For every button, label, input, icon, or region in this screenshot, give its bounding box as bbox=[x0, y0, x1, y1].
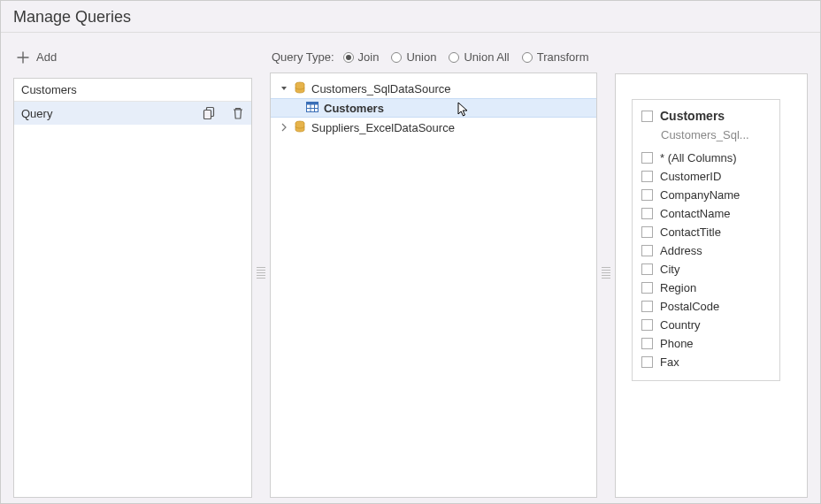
database-icon bbox=[294, 120, 306, 135]
tree-node-customers-sql[interactable]: Customers_SqlDataSource bbox=[271, 79, 596, 98]
fields-box-title: Customers bbox=[660, 109, 725, 123]
radio-join-label: Join bbox=[358, 50, 380, 64]
content-area: Add Customers Query bbox=[1, 33, 820, 503]
queries-panel: Customers Query bbox=[13, 78, 252, 498]
field-label: City bbox=[660, 263, 679, 276]
checkbox[interactable] bbox=[641, 226, 653, 238]
checkbox[interactable] bbox=[641, 356, 653, 368]
field-label: Country bbox=[660, 318, 701, 332]
field-label: PostalCode bbox=[660, 300, 719, 313]
field-row[interactable]: CompanyName bbox=[638, 186, 774, 204]
fields-box: Customers Customers_Sql... * (All Column… bbox=[632, 99, 780, 381]
radio-union-all-label: Union All bbox=[464, 50, 509, 64]
field-label: Phone bbox=[660, 337, 694, 350]
checkbox[interactable] bbox=[641, 245, 653, 256]
radio-transform-label: Transform bbox=[537, 50, 589, 64]
checkbox[interactable] bbox=[641, 152, 653, 164]
field-row[interactable]: Fax bbox=[638, 353, 774, 371]
field-row[interactable]: * (All Columns) bbox=[638, 149, 774, 167]
table-icon bbox=[306, 102, 318, 115]
checkbox[interactable] bbox=[641, 301, 653, 312]
query-type-row: Query Type: Join Union Union All Transfo… bbox=[270, 47, 597, 73]
radio-union-all[interactable]: Union All bbox=[449, 50, 509, 64]
svg-rect-4 bbox=[307, 102, 318, 104]
middle-column: Query Type: Join Union Union All Transfo… bbox=[270, 47, 597, 498]
checkbox[interactable] bbox=[641, 338, 653, 349]
tree-node-suppliers-excel[interactable]: Suppliers_ExcelDataSource bbox=[271, 118, 596, 137]
data-source-tree-panel: Customers_SqlDataSource bbox=[270, 73, 597, 498]
copy-icon[interactable] bbox=[202, 105, 218, 121]
checkbox[interactable] bbox=[641, 111, 653, 122]
manage-queries-window: Manage Queries Add Customers Query bbox=[0, 0, 821, 504]
field-row[interactable]: ContactTitle bbox=[638, 223, 774, 241]
field-label: Fax bbox=[660, 355, 679, 369]
tree-node-label: Customers bbox=[324, 102, 384, 115]
radio-union-label: Union bbox=[406, 50, 436, 64]
add-button[interactable]: Add bbox=[13, 47, 252, 71]
query-item-label: Query bbox=[21, 107, 52, 120]
database-icon bbox=[294, 81, 306, 96]
right-column: Customers Customers_Sql... * (All Column… bbox=[615, 47, 808, 498]
checkbox[interactable] bbox=[641, 189, 653, 201]
fields-box-header[interactable]: Customers bbox=[638, 107, 774, 125]
data-source-tree: Customers_SqlDataSource bbox=[271, 73, 596, 142]
field-row[interactable]: City bbox=[638, 260, 774, 279]
field-row[interactable]: Address bbox=[638, 241, 774, 260]
radio-join[interactable]: Join bbox=[343, 50, 380, 64]
radio-transform[interactable]: Transform bbox=[522, 50, 589, 64]
splitter-right[interactable] bbox=[597, 47, 615, 498]
checkbox[interactable] bbox=[641, 319, 653, 331]
field-row[interactable]: CustomerID bbox=[638, 167, 774, 186]
add-label: Add bbox=[36, 50, 57, 64]
checkbox[interactable] bbox=[641, 171, 653, 182]
field-label: ContactName bbox=[660, 207, 730, 220]
field-label: ContactTitle bbox=[660, 225, 721, 239]
radio-union[interactable]: Union bbox=[391, 50, 436, 64]
caret-right-icon[interactable] bbox=[280, 123, 288, 132]
delete-icon[interactable] bbox=[230, 105, 246, 121]
field-label: * (All Columns) bbox=[660, 151, 737, 164]
field-row[interactable]: Country bbox=[638, 316, 774, 334]
caret-down-icon[interactable] bbox=[280, 84, 288, 93]
plus-icon bbox=[17, 51, 29, 64]
field-row[interactable]: Phone bbox=[638, 334, 774, 353]
checkbox[interactable] bbox=[641, 263, 653, 275]
field-row[interactable]: Region bbox=[638, 279, 774, 297]
fields-panel: Customers Customers_Sql... * (All Column… bbox=[615, 73, 808, 498]
field-row[interactable]: ContactName bbox=[638, 204, 774, 223]
fields-box-subtitle: Customers_Sql... bbox=[638, 125, 771, 149]
field-label: Address bbox=[660, 244, 702, 257]
splitter-left[interactable] bbox=[252, 47, 270, 498]
tree-node-label: Customers_SqlDataSource bbox=[311, 82, 451, 95]
tree-node-customers-table[interactable]: Customers bbox=[271, 98, 596, 118]
query-list-item[interactable]: Query bbox=[14, 102, 251, 125]
field-label: CompanyName bbox=[660, 188, 740, 202]
left-column: Add Customers Query bbox=[13, 47, 252, 498]
field-label: CustomerID bbox=[660, 170, 721, 183]
checkbox[interactable] bbox=[641, 282, 653, 294]
window-title: Manage Queries bbox=[1, 1, 820, 33]
svg-rect-1 bbox=[204, 111, 211, 119]
query-type-label: Query Type: bbox=[272, 50, 334, 64]
field-label: Region bbox=[660, 281, 696, 294]
field-row[interactable]: PostalCode bbox=[638, 297, 774, 316]
tree-node-label: Suppliers_ExcelDataSource bbox=[311, 121, 455, 134]
checkbox[interactable] bbox=[641, 208, 653, 219]
queries-panel-title: Customers bbox=[14, 79, 251, 102]
